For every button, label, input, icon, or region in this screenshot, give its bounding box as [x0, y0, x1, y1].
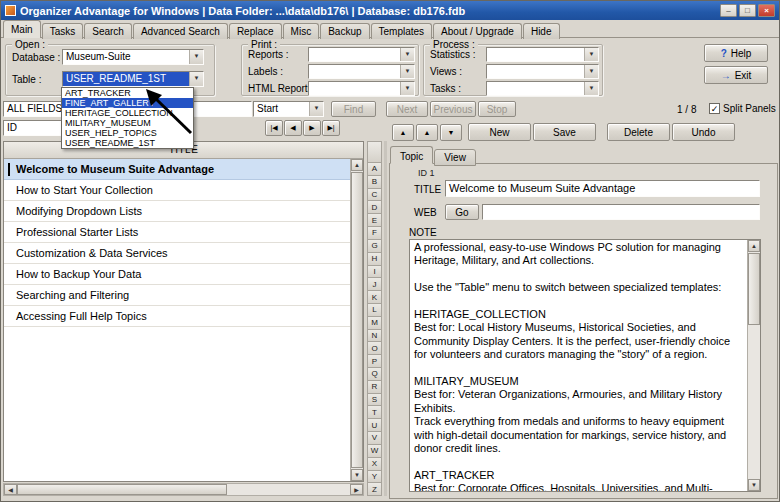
record-row[interactable]: Searching and Filtering: [4, 285, 363, 306]
scroll-up-icon[interactable]: ▲: [351, 159, 363, 171]
dropdown-arrow-icon[interactable]: ▼: [189, 50, 203, 64]
split-panels-checkbox[interactable]: ✓: [709, 103, 720, 114]
last-record-button[interactable]: ▶|: [322, 120, 340, 136]
find-button[interactable]: Find: [331, 101, 376, 117]
alphabet-key[interactable]: F: [367, 227, 382, 240]
dropdown-arrow-icon[interactable]: ▼: [189, 72, 203, 86]
scroll-down-icon[interactable]: ▼: [748, 479, 760, 491]
main-tab[interactable]: Replace: [229, 23, 282, 39]
exit-button[interactable]: → Exit: [704, 66, 768, 84]
main-tab[interactable]: Search: [84, 23, 132, 39]
list-vertical-scrollbar[interactable]: ▲ ▼: [350, 159, 363, 481]
detail-tab[interactable]: Topic: [390, 146, 433, 164]
minimize-button-icon[interactable]: –: [720, 4, 737, 17]
next-record-button[interactable]: ▶: [303, 120, 321, 136]
main-tab[interactable]: Tasks: [42, 23, 84, 39]
table-dropdown-item[interactable]: MILITARY_MUSEUM: [62, 118, 193, 128]
main-tab[interactable]: Backup: [320, 23, 369, 39]
record-row[interactable]: Accessing Full Help Topics: [4, 306, 363, 327]
alphabet-key[interactable]: M: [367, 317, 382, 330]
undo-button[interactable]: Undo: [672, 123, 735, 141]
labels-combobox[interactable]: ▼: [308, 64, 415, 79]
main-tab[interactable]: Hide: [523, 23, 560, 39]
stop-button[interactable]: Stop: [478, 101, 516, 117]
scrollbar-thumb[interactable]: [748, 253, 760, 325]
alphabet-all-button[interactable]: [367, 141, 382, 163]
note-field-text[interactable]: A professional, easy-to-use Windows PC s…: [410, 240, 746, 491]
html-reports-combobox[interactable]: ▼: [308, 81, 415, 96]
main-tab[interactable]: Templates: [371, 23, 433, 39]
alphabet-key[interactable]: Q: [367, 368, 382, 381]
alphabet-key[interactable]: D: [367, 201, 382, 214]
alphabet-key[interactable]: J: [367, 278, 382, 291]
scroll-up-icon[interactable]: ▲: [748, 240, 760, 252]
statistics-combobox[interactable]: ▼: [486, 47, 599, 62]
table-dropdown-item[interactable]: FINE_ART_GALLERY: [62, 98, 193, 108]
scroll-down-icon[interactable]: ▼: [351, 469, 363, 481]
main-tab[interactable]: Advanced Search: [133, 23, 228, 39]
dropdown-arrow-icon[interactable]: ▼: [584, 82, 598, 95]
list-horizontal-scrollbar[interactable]: ◀ ▶: [3, 483, 364, 496]
dropdown-arrow-icon[interactable]: ▼: [400, 82, 414, 95]
table-dropdown-item[interactable]: USER_README_1ST: [62, 138, 193, 148]
alphabet-key[interactable]: X: [367, 458, 382, 471]
alphabet-key[interactable]: T: [367, 406, 382, 419]
alphabet-key[interactable]: P: [367, 355, 382, 368]
record-row[interactable]: Welcome to Museum Suite Advantage: [4, 159, 363, 180]
main-tab[interactable]: Misc: [283, 23, 320, 39]
alphabet-key[interactable]: B: [367, 176, 382, 189]
help-button[interactable]: ? Help: [704, 44, 768, 62]
next-button[interactable]: Next: [386, 101, 428, 117]
main-tab[interactable]: About / Upgrade: [433, 23, 522, 39]
tasks-combobox[interactable]: ▼: [486, 81, 599, 96]
dropdown-arrow-icon[interactable]: ▼: [309, 102, 323, 116]
record-row[interactable]: How to Backup Your Data: [4, 264, 363, 285]
alphabet-key[interactable]: I: [367, 266, 382, 279]
detail-tab[interactable]: View: [434, 149, 476, 166]
maximize-button-icon[interactable]: □: [739, 4, 756, 17]
alphabet-key[interactable]: A: [367, 163, 382, 176]
match-mode-combobox[interactable]: Start ▼: [253, 101, 324, 117]
alphabet-key[interactable]: L: [367, 304, 382, 317]
dropdown-arrow-icon[interactable]: ▼: [400, 65, 414, 78]
scroll-right-icon[interactable]: ▶: [350, 484, 363, 495]
go-button[interactable]: Go: [445, 204, 479, 220]
web-field-input[interactable]: [482, 204, 760, 220]
reports-combobox[interactable]: ▼: [308, 47, 415, 62]
table-combobox[interactable]: USER_README_1ST ▼: [62, 71, 204, 87]
scroll-left-icon[interactable]: ◀: [4, 484, 17, 495]
title-bar[interactable]: Organizer Advantage for Windows | Data F…: [1, 1, 779, 20]
alphabet-key[interactable]: S: [367, 394, 382, 407]
new-button[interactable]: New: [468, 123, 531, 141]
record-row[interactable]: How to Start Your Collection: [4, 180, 363, 201]
record-row[interactable]: Professional Starter Lists: [4, 222, 363, 243]
alphabet-key[interactable]: N: [367, 330, 382, 343]
dropdown-arrow-icon[interactable]: ▼: [584, 48, 598, 61]
table-dropdown-item[interactable]: HERITAGE_COLLECTION: [62, 108, 193, 118]
note-vertical-scrollbar[interactable]: ▲ ▼: [747, 240, 760, 491]
main-tab[interactable]: Main: [3, 20, 41, 38]
detail-previous-record-button[interactable]: ▲: [416, 124, 438, 141]
alphabet-key[interactable]: W: [367, 445, 382, 458]
scrollbar-thumb[interactable]: [17, 484, 227, 495]
record-row[interactable]: Modifying Dropdown Lists: [4, 201, 363, 222]
previous-button[interactable]: Previous: [430, 101, 476, 117]
detail-next-record-button[interactable]: ▼: [440, 124, 462, 141]
title-field-input[interactable]: Welcome to Museum Suite Advantage: [445, 180, 760, 197]
alphabet-key[interactable]: Y: [367, 471, 382, 484]
table-dropdown-item[interactable]: USER_HELP_TOPICS: [62, 128, 193, 138]
alphabet-key[interactable]: G: [367, 240, 382, 253]
alphabet-key[interactable]: C: [367, 189, 382, 202]
dropdown-arrow-icon[interactable]: ▼: [400, 48, 414, 61]
alphabet-key[interactable]: K: [367, 291, 382, 304]
delete-button[interactable]: Delete: [607, 123, 670, 141]
save-button[interactable]: Save: [533, 123, 596, 141]
dropdown-arrow-icon[interactable]: ▼: [584, 65, 598, 78]
alphabet-key[interactable]: Z: [367, 483, 382, 496]
previous-record-button[interactable]: ◀: [284, 120, 302, 136]
first-record-button[interactable]: |◀: [265, 120, 283, 136]
panel-splitter[interactable]: [384, 141, 387, 496]
alphabet-key[interactable]: E: [367, 214, 382, 227]
close-button-icon[interactable]: ×: [758, 4, 775, 17]
alphabet-key[interactable]: H: [367, 253, 382, 266]
